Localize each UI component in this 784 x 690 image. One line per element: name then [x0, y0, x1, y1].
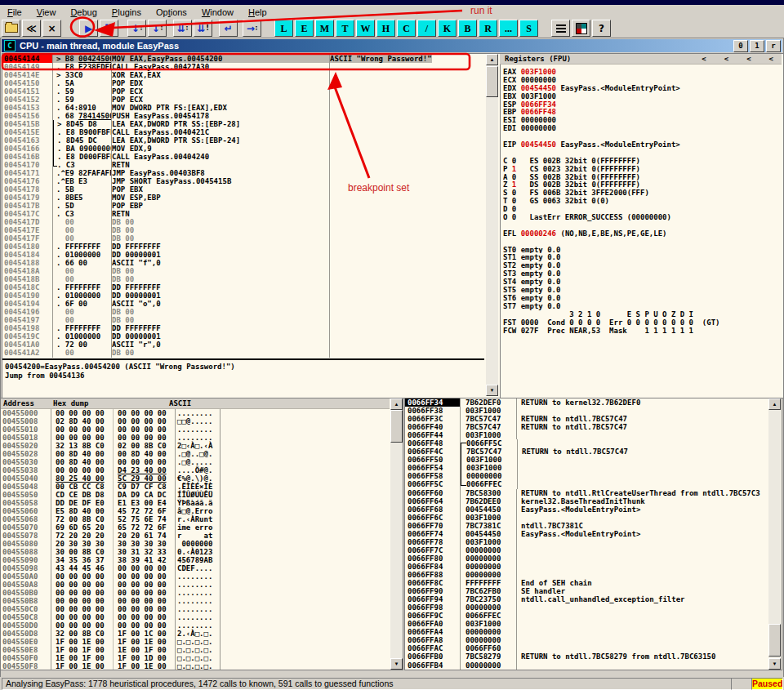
disasm-row[interactable]: 004541A0. 72 00ASCII "r",0	[2, 341, 484, 349]
menu-item-plugins[interactable]: Plugins	[105, 7, 149, 18]
dump-row[interactable]: 00455060E5 8D 40 0045 72 72 6Få□@.Erro	[1, 507, 390, 515]
dump-row[interactable]: 004550A000 00 00 0000 00 00 00........	[1, 572, 390, 581]
disasm-scrollbar-thumb[interactable]	[486, 66, 498, 97]
register-line[interactable]: ST7 empty 0.0	[503, 302, 781, 310]
register-line[interactable]: ESP 0066FF34	[503, 100, 781, 109]
register-line[interactable]: P 1 CS 0023 32bit 0(FFFFFFFF)	[503, 165, 781, 173]
dump-row[interactable]: 0045503000 8D 40 0000 00 00 00.□@.....	[1, 458, 390, 466]
dump-row[interactable]: 0045500000 00 00 0000 00 00 00........	[1, 409, 390, 417]
stack-row[interactable]: 0066FF38003F1000	[405, 407, 768, 415]
windows-list-icon[interactable]	[551, 20, 570, 37]
disasm-col-separator[interactable]	[52, 54, 53, 358]
stack-row[interactable]: 0066FF8CFFFFFFFFEnd of SEH chain	[405, 579, 768, 587]
letter-button-B[interactable]: B	[458, 20, 477, 37]
stack-row[interactable]: 0066FF8800000000	[405, 571, 768, 579]
stack-row[interactable]: 0066FF707BC7381Cntdll.7BC7381C	[405, 522, 768, 530]
disasm-col-separator[interactable]	[111, 54, 112, 358]
dump-row[interactable]: 004550D832 00 8B C01F 00 1C 002.‹À□.□.	[1, 630, 390, 638]
register-line[interactable]	[503, 149, 781, 157]
letter-button-K[interactable]: K	[438, 20, 457, 37]
restart-icon[interactable]: ≪	[22, 20, 41, 37]
disasm-row[interactable]: 0045417D 00DB 00	[2, 218, 484, 226]
menu-item-debug[interactable]: Debug	[63, 7, 104, 18]
stack-row[interactable]: 0066FF9800000000	[405, 603, 768, 612]
register-line[interactable]	[503, 221, 781, 229]
disasm-row[interactable]: 00454153. 64:8910MOV DWORD PTR FS:[EAX],…	[2, 104, 484, 112]
disasm-row[interactable]: 0045416B. E8 D000FBFFCALL EasyPass.00404…	[2, 153, 484, 161]
register-line[interactable]: EDI 00000000	[503, 124, 781, 132]
disasm-row[interactable]: 00454170. C3RETN	[2, 161, 484, 169]
register-line[interactable]: A 0 SS 002B 32bit 0(FFFFFFFF)	[503, 173, 781, 181]
cpu-window-button-1[interactable]: 1	[750, 40, 764, 52]
letter-button-R[interactable]: R	[479, 20, 497, 37]
dump-row[interactable]: 004550A800 00 00 0000 00 00 00........	[1, 581, 390, 589]
stack-row[interactable]: 0066FF347B62DEF0RETURN to kernel32.7B62D…	[405, 398, 768, 407]
dump-row[interactable]: 0045502032 13 8B C002 00 8B C02□‹À□.‹À	[1, 442, 390, 450]
cpu-titlebar[interactable]: C CPU - main thread, module EasyPass 01r	[2, 39, 782, 52]
disasm-row[interactable]: 00454144> B8 00424500MOV EAX,EasyPass.00…	[2, 55, 484, 63]
stack-scrollbar-up[interactable]: ▲	[768, 398, 781, 410]
stack-row[interactable]: 0066FF9C0066FFEC	[405, 612, 768, 620]
step-into-icon[interactable]: ↓∶	[127, 20, 146, 37]
stack-row[interactable]: 0066FFB07BC58279RETURN to ntdll.7BC58279…	[405, 652, 768, 661]
menu-item-view[interactable]: View	[29, 7, 64, 18]
register-line[interactable]: ST2 empty 0.0	[503, 261, 781, 269]
register-line[interactable]: ST1 empty 0.0	[503, 253, 781, 261]
dump-row[interactable]: 004550F01E 00 1F 001F 00 1D 00□.□.□.□.	[1, 654, 390, 662]
disasm-row[interactable]: 00454179. 8BE5MOV ESP,EBP	[2, 194, 484, 202]
register-line[interactable]: ST6 empty 0.0	[503, 294, 781, 302]
stack-row[interactable]: 0066FFA400000000	[405, 628, 768, 636]
register-line[interactable]: ST5 empty 0.0	[503, 286, 781, 294]
dump-scrollbar-down[interactable]: ▼	[390, 658, 403, 670]
dump-header[interactable]: Address Hex dump ASCII	[1, 398, 390, 409]
menu-item-file[interactable]: File	[0, 7, 29, 18]
cpu-window-button-0[interactable]: 0	[733, 40, 748, 52]
dump-row[interactable]: 0045504800 CB CC C8C9 D7 CF C8.ËÌÈÉ×ÏÈ	[1, 483, 390, 491]
dump-row[interactable]: 004550D000 00 00 0000 00 00 00........	[1, 621, 390, 630]
register-line[interactable]: ST0 empty 0.0	[503, 246, 781, 254]
disasm-row[interactable]: 00454180. FFFFFFFFDD FFFFFFFF	[2, 243, 484, 251]
disasm-row[interactable]: 00454176.^EB E3JMP SHORT EasyPass.004541…	[2, 177, 484, 185]
disasm-row[interactable]: 00454152. 59POP ECX	[2, 96, 484, 104]
dump-row[interactable]: 004550E81F 00 1F 001E 00 1F 00□.□.□.□.	[1, 646, 390, 654]
disasm-row[interactable]: 00454166. BA 09000000MOV EDX,9	[2, 145, 484, 153]
disasm-row[interactable]: 0045417B. 5DPOP EBP	[2, 202, 484, 210]
disasm-row[interactable]: 00454188. 66 00ASCII "f",0	[2, 259, 484, 267]
stack-row[interactable]: 0066FFAC0066FF60	[405, 644, 768, 652]
dump-row[interactable]: 00455058DD DE DF E0E1 E3 00 E4ÝÞßàáã.ä	[1, 499, 390, 507]
disasm-row[interactable]: 00454197 00DB 00	[2, 316, 484, 324]
register-line[interactable]: ST4 empty 0.0	[503, 278, 781, 286]
stack-row[interactable]: 0066FF78003F1000	[405, 538, 768, 546]
registers-header[interactable]: Registers (FPU) <<<<	[500, 54, 782, 65]
letter-button-W[interactable]: W	[356, 20, 375, 37]
stack-row[interactable]: 0066FF8000000000	[405, 554, 768, 563]
disasm-row[interactable]: 0045414E> 33C0XOR EAX,EAX	[2, 71, 484, 79]
disasm-row[interactable]: 004541A2 00DB 00	[2, 349, 484, 357]
disasm-row[interactable]: 0045417F 00DB 00	[2, 234, 484, 243]
disasm-row[interactable]: 0045419C. 01000000DD 00000001	[2, 332, 484, 341]
letter-button-L[interactable]: L	[274, 20, 293, 37]
disasm-row[interactable]: 00454178. 5BPOP EBX	[2, 185, 484, 194]
dump-row[interactable]: 0045506872 00 8B C052 75 6E 74r.‹ÀRunt	[1, 515, 390, 523]
stack-row[interactable]: 0066FF7400454450EasyPass.<ModuleEntryPoi…	[405, 530, 768, 538]
stack-row[interactable]: 0066FF8400000000	[405, 563, 768, 571]
stack-scrollbar-down[interactable]: ▼	[768, 658, 781, 670]
register-line[interactable]: EDX 00454450 EasyPass.<ModuleEntryPoint>	[503, 84, 781, 92]
register-line[interactable]: EFL 00000246 (NO,NB,E,BE,NS,PE,GE,LE)	[503, 229, 781, 238]
register-line[interactable]: T 0 GS 0063 32bit 0(0)	[503, 197, 781, 205]
disasm-row[interactable]: 00454184. 01000000DD 00000001	[2, 251, 484, 259]
dump-row[interactable]: 0045509034 35 36 3738 39 41 42456789AB	[1, 556, 390, 564]
collapse-mark[interactable]: <	[769, 54, 773, 64]
disasm-row[interactable]: 0045418C. FFFFFFFFDD FFFFFFFF	[2, 283, 484, 292]
disasm-row[interactable]: 0045417C. C3RETN	[2, 210, 484, 218]
dump-row[interactable]: 00455050CD CE DB D8DA D9 CA DCÍÎÛØÚÙÊÜ	[1, 491, 390, 499]
disasm-row[interactable]: 00454196 00DB 00	[2, 308, 484, 316]
run-icon[interactable]: ▶	[79, 20, 98, 37]
dump-row[interactable]: 004550B000 00 00 0000 00 00 00........	[1, 589, 390, 597]
stack-row[interactable]: 0066FF607BC58300RETURN to ntdll.RtlCreat…	[405, 489, 768, 497]
stack-scrollbar-thumb[interactable]	[768, 624, 781, 657]
disasm-row[interactable]: 00454190. 01000000DD 00000001	[2, 292, 484, 300]
dump-row[interactable]: 0045508020 30 30 3030 30 30 30 0000000	[1, 540, 390, 548]
letter-button-T[interactable]: T	[336, 20, 354, 37]
stack-row[interactable]: 0066FF54003F1000	[405, 464, 768, 472]
